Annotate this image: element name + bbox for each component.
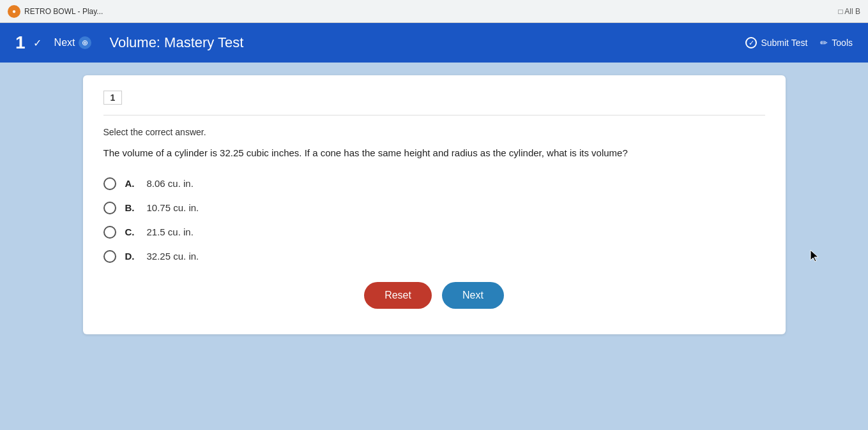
option-b[interactable]: B. 10.75 cu. in. [103,202,765,214]
tab-icon: ● [8,5,20,18]
divider [103,115,765,115]
option-a-text: 8.06 cu. in. [147,178,194,189]
radio-a[interactable] [103,177,116,190]
submit-test-label: Submit Test [761,38,807,48]
tools-button[interactable]: ✏ Tools [820,38,853,48]
header-next-label: Next [54,37,75,48]
question-text: The volume of a cylinder is 32.25 cubic … [103,146,765,161]
test-title: Volume: Mastery Test [109,34,243,51]
option-a[interactable]: A. 8.06 cu. in. [103,177,765,190]
main-content: 1 Select the correct answer. The volume … [0,63,868,430]
header-left: 1 ✓ Next ⊕ [15,33,96,53]
browser-bar: ● RETRO BOWL - Play... □ All B [0,0,868,23]
bookmarks-label: □ All B [838,7,860,16]
chevron-down-icon[interactable]: ✓ [33,37,42,49]
instruction-text: Select the correct answer. [103,127,765,137]
submit-test-button[interactable]: ✓ Submit Test [745,37,807,48]
header-bar: 1 ✓ Next ⊕ Volume: Mastery Test ✓ Submit… [0,23,868,63]
action-buttons: Reset Next [103,282,765,309]
question-number: 1 [15,33,26,53]
option-b-label: B. [125,202,138,213]
radio-b[interactable] [103,202,116,214]
radio-c[interactable] [103,226,116,239]
option-c-label: C. [125,226,138,237]
option-a-label: A. [125,178,138,189]
radio-d[interactable] [103,250,116,263]
header-next-button[interactable]: Next ⊕ [49,34,97,52]
options-list: A. 8.06 cu. in. B. 10.75 cu. in. C. 21.5… [103,177,765,263]
header-right: ✓ Submit Test ✏ Tools [745,37,853,48]
browser-tab-title: RETRO BOWL - Play... [24,7,103,16]
submit-icon: ✓ [745,37,757,48]
tools-icon: ✏ [820,38,828,48]
option-c[interactable]: C. 21.5 cu. in. [103,226,765,239]
next-button[interactable]: Next [442,282,504,309]
option-c-text: 21.5 cu. in. [147,226,194,237]
reset-button[interactable]: Reset [364,282,432,309]
next-circle-icon: ⊕ [79,36,91,49]
option-b-text: 10.75 cu. in. [147,202,199,213]
tools-label: Tools [832,38,853,48]
option-d[interactable]: D. 32.25 cu. in. [103,250,765,263]
option-d-label: D. [125,251,138,262]
question-card: 1 Select the correct answer. The volume … [83,75,786,334]
question-number-badge: 1 [103,91,123,105]
option-d-text: 32.25 cu. in. [147,251,199,262]
